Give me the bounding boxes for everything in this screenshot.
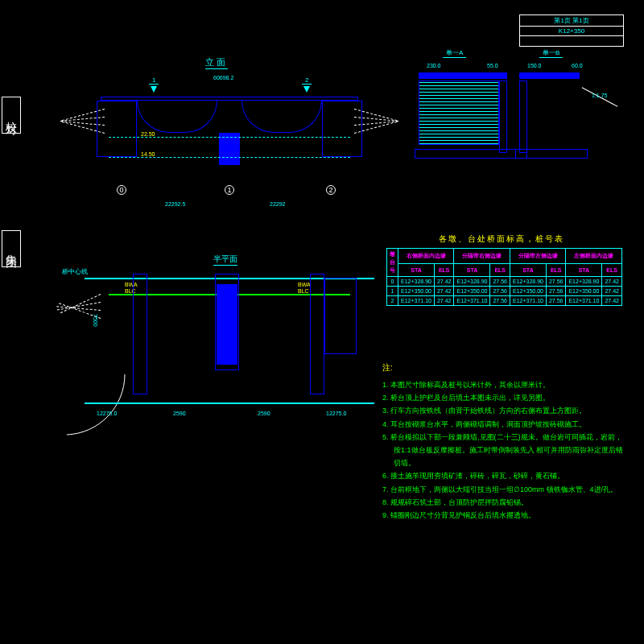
table-row: 1E12+350.0027.42E12+350.0027.56E12+350.0… xyxy=(387,287,622,296)
data-table: 墩台号 右侧桥面内边缘 分隔带右侧边缘 分隔带左侧边缘 左侧桥面内边缘 STAE… xyxy=(386,248,622,306)
arch-right xyxy=(242,101,322,133)
dim-line xyxy=(85,402,374,404)
note-item: 9. 锚圈刚边尺寸分背见护铜反台后填水握透地。 xyxy=(382,509,624,522)
side-label-bottom: 集团 xyxy=(2,230,21,267)
title-block: 第1页 第1页 K12+350 xyxy=(519,14,624,47)
arrow-icon xyxy=(151,86,157,93)
plan-dim-1: 2590 xyxy=(173,411,186,416)
col-mid-r: 分隔带右侧边缘 xyxy=(454,249,510,264)
water-low-label: 14.50 xyxy=(141,151,155,157)
sections-view: 单一A 单一B 230.0 55.0 150.0 60.0 1:1.75 xyxy=(411,48,620,193)
deck-b xyxy=(519,72,580,79)
water-high xyxy=(109,137,350,138)
section-b-title: 单一B xyxy=(539,48,563,58)
water-low xyxy=(109,157,350,158)
pier-1-label: 1 xyxy=(225,185,234,195)
width-dim: 7500 xyxy=(93,314,98,327)
plan-title: 半平面 xyxy=(213,254,237,266)
col-right: 右侧桥面内边缘 xyxy=(398,249,454,264)
note-item: 7. 台前框地下，两侧以大端引技当坦一坦∅100mm 镇铁铷水管、4进/孔。 xyxy=(382,483,624,496)
elevation-view: 立面 1 2 60698.2 22.50 14.50 0 1 2 22292.5… xyxy=(68,52,390,221)
mid-dim: 22292 xyxy=(270,201,285,207)
plan-dim-3: 12275.0 xyxy=(326,411,346,416)
sec-dim-2: 150.0 xyxy=(527,63,542,68)
footing-b xyxy=(515,149,588,159)
note-item: 3. 行车方向按铁线（由背于始铁线）方向的右侧布置上方图距。 xyxy=(382,404,624,417)
pier-2-label: 2 xyxy=(326,185,336,195)
plan-dim-0: 12275.0 xyxy=(97,411,117,416)
blc-right: BLC xyxy=(298,288,309,294)
overall-dim: 22292.5 xyxy=(165,201,185,207)
center-pier xyxy=(219,133,240,165)
pier-0-label: 0 xyxy=(117,185,126,195)
plan-dim-2: 2590 xyxy=(258,411,270,416)
note-item: 4. 耳台按砌浆台水平，两侧砌墙调制，洞面顶护坡按砖砌施工。 xyxy=(382,418,624,431)
notes-title: 注: xyxy=(382,362,624,374)
wall-a xyxy=(499,80,507,153)
station-label: K12+350 xyxy=(520,27,623,36)
span-dim: 60698.2 xyxy=(213,75,233,80)
notes-block: 注: 1. 本图尺寸除标高及桩号以米计外，其余以厘米计。 2. 桥台顶上护栏及台… xyxy=(382,362,624,522)
note-item: 1. 本图尺寸除标高及桩号以米计外，其余以厘米计。 xyxy=(382,378,624,391)
arrow-icon xyxy=(303,86,310,93)
section-pointer-left: 1 xyxy=(149,76,159,85)
table-subheader-row: STAELS STAELS STAELS STAELS xyxy=(387,264,622,277)
sec-dim-1: 55.0 xyxy=(487,63,498,68)
coordinate-table: 各墩、台处桥面标高，桩号表 墩台号 右侧桥面内边缘 分隔带右侧边缘 分隔带左侧边… xyxy=(386,233,616,306)
footing-a xyxy=(415,149,527,159)
water-high-label: 22.50 xyxy=(141,131,155,137)
table-title: 各墩、台处桥面标高，桩号表 xyxy=(386,233,616,245)
abut-plan-left xyxy=(133,274,147,394)
col-left: 左侧桥面内边缘 xyxy=(566,249,621,264)
plan-view: 半平面 桥中心线 BWA BWA BLC BLC 7500 12275.0 25… xyxy=(68,250,390,459)
note-item: 6. 接土施羊现用夯填矿渣，碎砖，碎瓦，砂碎，黄石铺。 xyxy=(382,469,624,482)
col-pier: 墩台号 xyxy=(387,249,398,277)
sec-dim-0: 230.0 xyxy=(427,63,441,68)
side-label-top: 校对 xyxy=(2,97,21,134)
fill-a xyxy=(419,80,499,145)
wing-wall xyxy=(324,278,357,354)
pier-plan-top xyxy=(217,284,237,365)
center-label: 桥中心线 xyxy=(62,267,88,276)
note-item: 8. 规规碎石筑土部，台顶防护层拌防腐铅锡。 xyxy=(382,496,624,509)
section-pointer-right: 2 xyxy=(302,76,312,85)
note-item: 2. 桥台顶上护栏及台后填土本图未示出，详见另图。 xyxy=(382,391,624,404)
abut-plan-right xyxy=(310,274,324,394)
deck-a xyxy=(419,72,507,79)
wall-b xyxy=(519,80,527,153)
table-header-row: 墩台号 右侧桥面内边缘 分隔带右侧边缘 分隔带左侧边缘 左侧桥面内边缘 xyxy=(387,249,622,264)
side-labels: 校对 集团 xyxy=(2,97,21,267)
arch-left xyxy=(137,101,217,133)
note-item: 5. 桥台模拟以下部一段兼顾墙,见图(二十三)规未。做台岩可同插花，岩前，按1:… xyxy=(382,431,624,470)
table-row: 0E12+328.9027.42E12+328.9027.56E12+328.9… xyxy=(387,277,622,287)
slope-dim: 1:1.75 xyxy=(592,93,607,98)
bwa-right: BWA xyxy=(298,282,311,287)
notes-list: 1. 本图尺寸除标高及桩号以米计外，其余以厘米计。 2. 桥台顶上护栏及台后填土… xyxy=(382,378,624,522)
elevation-title: 立面 xyxy=(205,56,228,69)
sec-dim-3: 60.0 xyxy=(572,63,583,68)
section-a-title: 单一A xyxy=(443,48,466,58)
slope-arc xyxy=(60,370,133,443)
col-mid-l: 分隔带左侧边缘 xyxy=(510,249,565,264)
sheet-label: 第1页 第1页 xyxy=(520,15,623,27)
table-row: 2E12+371.1027.42E12+371.1027.56E12+371.1… xyxy=(387,296,622,306)
